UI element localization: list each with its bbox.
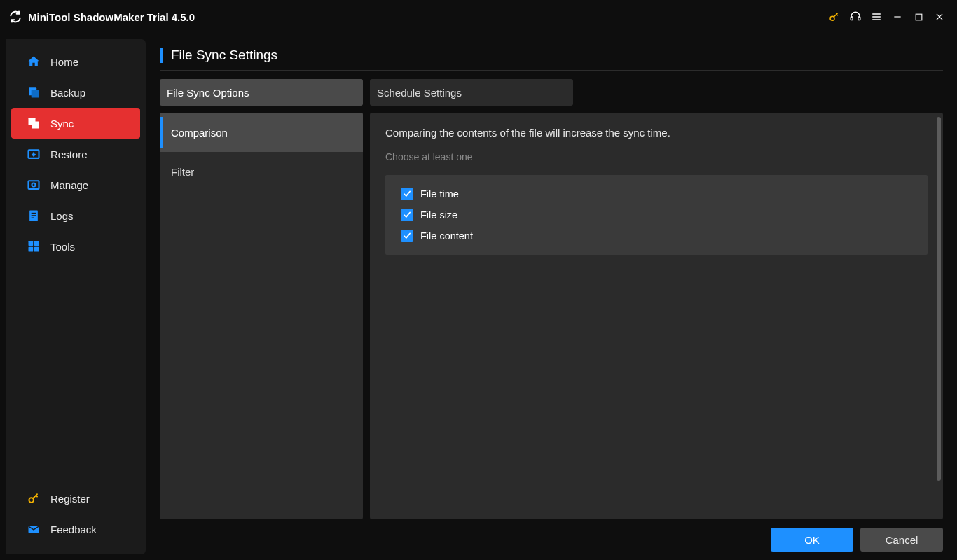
svg-rect-24	[34, 247, 39, 252]
comparison-panel: Comparing the contents of the file will …	[370, 113, 943, 519]
checkbox-icon	[401, 209, 413, 221]
svg-rect-20	[32, 218, 34, 218]
svg-rect-21	[29, 241, 34, 246]
sidebar-item-manage[interactable]: Manage	[6, 169, 146, 200]
sidebar-item-sync[interactable]: Sync	[11, 108, 140, 139]
panel-description: Comparing the contents of the file will …	[385, 127, 928, 139]
settings-tabs: File Sync Options Schedule Settings	[160, 79, 943, 106]
svg-rect-15	[29, 181, 39, 189]
tab-label: File Sync Options	[167, 87, 249, 99]
svg-point-16	[32, 183, 36, 187]
svg-rect-26	[29, 526, 39, 533]
sidebar-item-label: Home	[50, 56, 78, 68]
sidebar-feedback[interactable]: Feedback	[6, 514, 146, 545]
panel-subdescription: Choose at least one	[385, 151, 928, 162]
page-title: File Sync Settings	[171, 48, 277, 63]
check-file-content[interactable]: File content	[401, 230, 912, 242]
svg-rect-18	[32, 213, 36, 214]
sidebar-item-tools[interactable]: Tools	[6, 231, 146, 262]
mail-icon	[27, 522, 41, 536]
svg-rect-19	[32, 215, 36, 216]
footer-buttons: OK Cancel	[160, 528, 943, 552]
check-file-time[interactable]: File time	[401, 188, 912, 200]
page-title-row: File Sync Settings	[160, 48, 943, 71]
tab-label: Schedule Settings	[377, 87, 462, 99]
titlebar-support-button[interactable]	[845, 6, 866, 27]
app-title: MiniTool ShadowMaker Trial 4.5.0	[28, 11, 195, 23]
sync-icon	[27, 116, 41, 130]
sidebar-item-label: Backup	[50, 87, 85, 99]
logs-icon	[27, 209, 41, 223]
cancel-button[interactable]: Cancel	[860, 528, 943, 552]
sidebar-register[interactable]: Register	[6, 483, 146, 514]
tab-file-sync-options[interactable]: File Sync Options	[160, 79, 363, 106]
page-title-accent	[160, 48, 163, 63]
options-column: Comparison Filter	[160, 113, 363, 519]
tools-icon	[27, 239, 41, 253]
tab-schedule-settings[interactable]: Schedule Settings	[370, 79, 573, 106]
sidebar: Home Backup Sync Restore Manage Logs	[6, 39, 146, 554]
close-button[interactable]	[929, 6, 950, 27]
svg-rect-22	[34, 241, 39, 246]
check-label: File time	[420, 188, 459, 200]
minimize-button[interactable]	[887, 6, 908, 27]
sidebar-item-restore[interactable]: Restore	[6, 139, 146, 169]
svg-rect-2	[858, 17, 860, 20]
sidebar-register-label: Register	[50, 493, 90, 505]
home-icon	[27, 55, 41, 69]
comparison-options: File time File size File content	[385, 175, 928, 255]
option-label: Filter	[171, 166, 194, 178]
sidebar-item-label: Manage	[50, 179, 88, 191]
checkbox-icon	[401, 230, 413, 242]
sidebar-item-home[interactable]: Home	[6, 46, 146, 77]
ok-button[interactable]: OK	[771, 528, 853, 552]
titlebar-key-button[interactable]	[824, 6, 845, 27]
restore-icon	[27, 147, 41, 161]
sidebar-item-label: Logs	[50, 210, 74, 222]
svg-rect-23	[29, 247, 34, 252]
key-icon	[27, 491, 41, 505]
svg-rect-7	[916, 14, 922, 20]
sidebar-item-label: Sync	[50, 118, 74, 130]
backup-icon	[27, 85, 41, 99]
sidebar-item-label: Restore	[50, 148, 88, 160]
maximize-button[interactable]	[908, 6, 929, 27]
titlebar-menu-button[interactable]	[866, 6, 887, 27]
sidebar-item-label: Tools	[50, 241, 75, 253]
option-comparison[interactable]: Comparison	[160, 113, 363, 152]
sidebar-feedback-label: Feedback	[50, 524, 97, 536]
sidebar-item-backup[interactable]: Backup	[6, 77, 146, 108]
content: File Sync Settings File Sync Options Sch…	[146, 34, 957, 560]
check-file-size[interactable]: File size	[401, 209, 912, 221]
checkbox-icon	[401, 188, 413, 200]
option-filter[interactable]: Filter	[160, 152, 363, 191]
titlebar: MiniTool ShadowMaker Trial 4.5.0	[0, 0, 957, 34]
option-label: Comparison	[171, 127, 228, 139]
check-label: File content	[420, 230, 473, 241]
check-label: File size	[420, 209, 457, 220]
svg-rect-13	[32, 122, 39, 129]
scrollbar-thumb[interactable]	[937, 117, 941, 481]
sidebar-item-logs[interactable]: Logs	[6, 200, 146, 231]
manage-icon	[27, 178, 41, 192]
svg-rect-11	[32, 90, 39, 98]
app-logo-icon	[8, 10, 22, 24]
svg-rect-1	[851, 17, 853, 20]
